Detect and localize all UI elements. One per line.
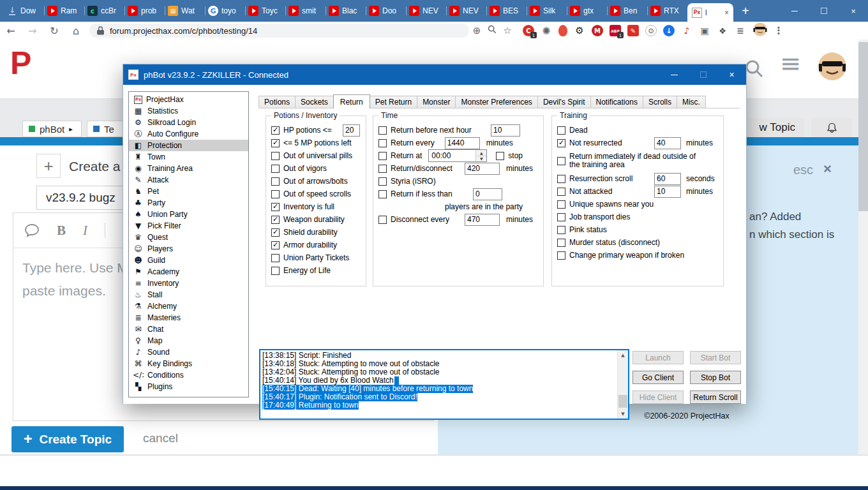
kebab-menu-icon[interactable]: ⋮: [771, 25, 786, 36]
checkbox[interactable]: [557, 157, 565, 165]
forum-logo[interactable]: P: [10, 45, 31, 82]
checkbox[interactable]: [378, 190, 387, 198]
checkbox[interactable]: [378, 152, 387, 160]
sidebar-item[interactable]: ◧ Protection: [129, 140, 248, 151]
checkbox-option[interactable]: Job transport dies: [557, 212, 630, 221]
checkbox-option[interactable]: Not attacked: [557, 187, 612, 196]
checkbox-option[interactable]: Armor durability: [271, 241, 337, 249]
checkbox[interactable]: [557, 239, 565, 247]
tab[interactable]: Pet Return: [370, 96, 417, 108]
sidebar-item[interactable]: ⌘ Key Bindings: [129, 358, 248, 369]
value-input[interactable]: 40: [654, 137, 681, 149]
profile-avatar[interactable]: [753, 22, 767, 39]
browser-tab[interactable]: prob: [124, 0, 165, 22]
checkbox-option[interactable]: Shield durability: [271, 228, 338, 237]
bot-button[interactable]: Return Scroll: [690, 390, 741, 404]
checkbox-option[interactable]: Union Party Tickets: [271, 253, 349, 262]
checkbox-option[interactable]: Murder status (disconnect): [557, 238, 660, 247]
sidebar-item[interactable]: ♜ Town: [129, 151, 248, 163]
sidebar-item[interactable]: </> Conditions: [129, 369, 248, 381]
checkbox[interactable]: [496, 152, 504, 160]
scroll-up-icon[interactable]: ▲: [618, 350, 628, 360]
checkbox[interactable]: [271, 177, 280, 186]
checkbox-option[interactable]: Energy of Life: [271, 266, 331, 275]
sidebar-item[interactable]: ▼ Pick Filter: [129, 220, 248, 232]
sidebar-item[interactable]: ☻ Guild: [129, 255, 248, 266]
browser-tab[interactable]: BES: [486, 0, 527, 22]
sidebar-item[interactable]: ⚙ Silkroad Login: [129, 117, 248, 128]
checkbox[interactable]: [557, 139, 565, 147]
notifications-bell-button[interactable]: [811, 118, 852, 137]
checkbox-option[interactable]: Resurrection scroll: [557, 174, 632, 183]
value-input[interactable]: 60: [654, 173, 681, 185]
checkbox[interactable]: [271, 152, 280, 160]
phbot-minimize-button[interactable]: [660, 64, 689, 85]
browser-tab[interactable]: Wat: [165, 0, 205, 22]
value-input[interactable]: 20: [343, 124, 360, 137]
browser-tab[interactable]: Ben: [607, 0, 647, 22]
sidebar-item[interactable]: ▦ Statistics: [129, 105, 248, 117]
bookmark-star-icon[interactable]: ☆: [500, 25, 515, 36]
extension-icon[interactable]: ABP 1: [610, 25, 621, 36]
sidebar-item[interactable]: ♪ Sound: [129, 346, 248, 358]
phbot-maximize-button[interactable]: [689, 64, 717, 85]
sidebar-item[interactable]: ♣ Party: [129, 197, 248, 209]
tab[interactable]: Monster Preferences: [455, 96, 537, 108]
sidebar-item[interactable]: ♀ Map: [129, 335, 248, 346]
back-icon[interactable]: ←: [3, 25, 19, 37]
checkbox-option[interactable]: Out of vigors: [271, 164, 327, 173]
sidebar-item[interactable]: ✎ Attack: [129, 174, 248, 186]
browser-tab[interactable]: Ram: [44, 0, 84, 22]
extension-icon[interactable]: ✎: [627, 25, 639, 36]
editor-placeholder[interactable]: Type here. Use M paste images.: [22, 256, 128, 302]
bold-button[interactable]: B: [57, 223, 66, 239]
sidebar-item[interactable]: ✉ Chat: [129, 323, 248, 335]
checkbox-return-before-next-hour[interactable]: Return before next hour: [378, 126, 472, 135]
browser-tab[interactable]: smit: [285, 0, 326, 22]
extension-icon[interactable]: ❖: [717, 25, 728, 36]
return-at-time-spinner[interactable]: 00:00 ▲ ▼: [428, 149, 487, 162]
italic-button[interactable]: I: [83, 223, 87, 239]
checkbox-option[interactable]: Not resurrected: [557, 138, 622, 147]
return-before-input[interactable]: 10: [491, 124, 520, 137]
checkbox-return-at[interactable]: Return at: [378, 151, 422, 160]
scrollbar-thumb[interactable]: [858, 42, 868, 211]
extension-icon[interactable]: ⚙: [574, 25, 585, 36]
return-every-input[interactable]: 1440: [445, 137, 480, 149]
checkbox[interactable]: [557, 251, 565, 260]
extension-icon[interactable]: [558, 25, 567, 36]
browser-tab[interactable]: ccBr: [84, 0, 124, 22]
phbot-titlebar[interactable]: Px phBot v23.9.2 - ZZKILLER - Connected …: [123, 64, 746, 85]
category-chip-testing[interactable]: Te: [87, 121, 124, 137]
checkbox[interactable]: [557, 188, 565, 196]
checkbox-option[interactable]: Inventory is full: [271, 202, 334, 211]
cancel-link[interactable]: cancel: [143, 431, 178, 445]
value-input[interactable]: 10: [654, 186, 681, 198]
bot-button[interactable]: Launch: [632, 351, 684, 364]
checkbox[interactable]: [557, 200, 565, 209]
forward-icon[interactable]: →: [24, 25, 41, 37]
sidebar-item[interactable]: ≡ Inventory: [129, 278, 248, 289]
sidebar-item[interactable]: ☺ Players: [129, 243, 248, 255]
sidebar-item[interactable]: ♞ Pet: [129, 186, 248, 197]
extension-icon[interactable]: M: [592, 25, 603, 36]
checkbox-return-disconnect[interactable]: Return/disconnect: [378, 164, 453, 173]
sidebar-item[interactable]: ♨ Stall: [129, 289, 248, 301]
quote-bubble-icon[interactable]: [24, 223, 40, 237]
checkbox[interactable]: [271, 254, 280, 262]
user-avatar[interactable]: [818, 52, 846, 80]
disconnect-every-input[interactable]: 470: [465, 214, 500, 226]
log-scrollbar[interactable]: ▲ ▼: [617, 350, 628, 419]
return-disconnect-input[interactable]: 420: [465, 163, 500, 175]
checkbox[interactable]: [271, 139, 280, 147]
sidebar-item[interactable]: ◉ Training Area: [129, 163, 248, 174]
window-minimize-button[interactable]: [780, 0, 809, 22]
scrollbar-thumb[interactable]: [618, 395, 627, 408]
checkbox-option[interactable]: Dead: [557, 126, 588, 135]
checkbox[interactable]: [378, 216, 387, 224]
tab[interactable]: Potions: [258, 96, 296, 108]
browser-tab[interactable]: Dow: [4, 0, 44, 22]
checkbox-option[interactable]: Pink status: [557, 225, 607, 234]
checkbox-return-if-less[interactable]: Return if less than: [378, 189, 453, 198]
extension-icon[interactable]: ♪: [681, 25, 692, 36]
